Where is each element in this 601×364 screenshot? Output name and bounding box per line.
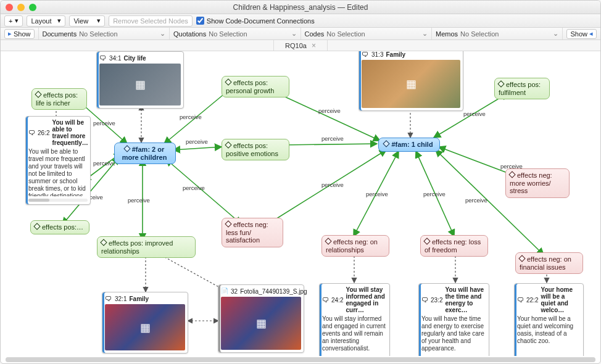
- code-effects-pos-growth[interactable]: effects pos: personal growth: [222, 76, 289, 97]
- document-fotolia[interactable]: 32 Fotolia_74490139_S.jpg ▦: [218, 284, 304, 353]
- show-connections-label: Show Code-Document Connections: [207, 17, 315, 25]
- filter-memos[interactable]: Memos No Selection ⌄: [432, 28, 563, 39]
- diamond-icon: [225, 141, 231, 148]
- code-effects-neg-relationships[interactable]: effects neg: on relationships: [321, 235, 389, 257]
- quotation-family-2[interactable]: 32:1 Family ▦: [102, 292, 188, 354]
- quote-icon: [421, 296, 428, 304]
- quotation-travel[interactable]: 26:2 You will be able to travel more fre…: [25, 116, 91, 205]
- quote-title: Family: [386, 51, 405, 58]
- quotation-family-1[interactable]: 31:3 Family ▦: [359, 51, 463, 111]
- svg-line-16: [166, 159, 241, 224]
- code-effects-pos-emotions[interactable]: effects pos: positive emotions: [222, 139, 289, 160]
- plus-icon: +: [9, 17, 12, 25]
- show-connections-checkbox[interactable]: [196, 17, 204, 25]
- network-canvas[interactable]: perceive perceive perceive perceive perc…: [1, 51, 600, 356]
- code-effects-neg-financial[interactable]: effects neg: on financial issues: [515, 252, 583, 274]
- quote-title: You will be able to travel more frequent…: [52, 119, 88, 146]
- documents-value: No Selection: [79, 30, 117, 38]
- code-effects-neg-freedom[interactable]: effects neg: loss of freedom: [420, 235, 488, 257]
- diamond-icon: [423, 238, 430, 244]
- quote-icon: [99, 54, 107, 62]
- view-dropdown[interactable]: View ▾: [69, 15, 105, 27]
- code-fam-1[interactable]: #fam: 1 child: [378, 138, 440, 152]
- code-label: effects pos: improved relationships: [101, 239, 173, 255]
- show-left-button[interactable]: ▸Show: [1, 28, 39, 39]
- svg-line-14: [173, 147, 222, 150]
- filter-documents[interactable]: Documents No Selection ⌄: [39, 28, 170, 39]
- tab-rq10a[interactable]: RQ10a: [273, 40, 328, 51]
- svg-text:perceive: perceive: [180, 114, 202, 120]
- image-placeholder-icon: ▦: [99, 64, 181, 105]
- quote-icon: [517, 296, 524, 304]
- diamond-icon: [518, 255, 525, 262]
- quote-ref: 34:1: [109, 55, 121, 62]
- code-label: effects neg: less fun/ satisfaction: [226, 221, 268, 244]
- quote-title: You will stay informed and engaged in cu…: [346, 286, 387, 313]
- code-effects-pos-fulfilment[interactable]: effects pos: fulfilment: [494, 78, 550, 99]
- show-connections-toggle[interactable]: Show Code-Document Connections: [196, 17, 315, 25]
- quotation-exercise[interactable]: 23:2 You will have the time and energy t…: [418, 283, 489, 356]
- quote-body: You will have the time and energy to exe…: [421, 315, 486, 355]
- image-placeholder-icon: ▦: [105, 304, 185, 350]
- layout-dropdown[interactable]: Layout ▾: [27, 15, 65, 27]
- svg-text:perceive: perceive: [321, 135, 344, 142]
- diamond-icon: [225, 78, 231, 85]
- code-label: effects pos: life is richer: [36, 91, 78, 107]
- quotation-informed[interactable]: 24:2 You will stay informed and engaged …: [319, 283, 390, 356]
- code-label: effects neg: more worries/ stress: [510, 172, 552, 194]
- diamond-icon: [325, 238, 331, 244]
- quotation-city-life[interactable]: 34:1 City life ▦: [96, 51, 184, 109]
- svg-text:perceive: perceive: [183, 184, 205, 191]
- code-label: effects pos: fulfilment: [499, 81, 541, 96]
- quote-icon: [322, 296, 329, 304]
- quotation-home[interactable]: 22:2 Your home will be a quiet and welco…: [514, 283, 584, 356]
- quote-ref: 32:1: [115, 296, 126, 302]
- diamond-icon: [383, 140, 390, 147]
- document-icon: [221, 287, 228, 295]
- codes-label: Codes: [305, 30, 325, 38]
- code-effects-neg-worries[interactable]: effects neg: more worries/ stress: [505, 168, 570, 198]
- code-effects-neg-lessfun[interactable]: effects neg: less fun/ satisfaction: [222, 218, 283, 247]
- quote-title: Your home will be a quiet and welco…: [541, 286, 581, 313]
- add-dropdown[interactable]: + ▾: [4, 15, 23, 27]
- quote-body: You will stay informed and engaged in cu…: [322, 315, 387, 355]
- quote-body: Your home will be a quiet and welcoming …: [517, 315, 581, 355]
- svg-text:perceive: perceive: [318, 107, 341, 114]
- horizontal-scrollbar[interactable]: [6, 357, 595, 362]
- quote-ref: 24:2: [331, 297, 343, 304]
- quotations-value: No Selection: [209, 30, 247, 38]
- code-label: effects neg: on financial issues: [520, 255, 571, 271]
- image-placeholder-icon: ▦: [362, 60, 460, 108]
- code-effects-pos-more[interactable]: effects pos:…: [30, 220, 89, 234]
- code-fam-2plus[interactable]: #fam: 2 or more children: [114, 143, 176, 164]
- quote-title: City life: [123, 55, 146, 62]
- code-effects-pos-relationships[interactable]: effects pos: improved relationships: [97, 236, 196, 258]
- svg-text:perceive: perceive: [463, 110, 486, 117]
- diamond-icon: [508, 171, 515, 178]
- quote-title: Family: [129, 296, 149, 302]
- tab-label: RQ10a: [285, 42, 307, 49]
- scrollbar-thumb[interactable]: [6, 357, 595, 362]
- codes-value: No Selection: [326, 30, 365, 38]
- svg-text:perceive: perceive: [93, 160, 115, 167]
- memos-label: Memos: [436, 30, 458, 38]
- quote-icon: [105, 295, 112, 302]
- svg-text:perceive: perceive: [128, 197, 150, 204]
- code-label: effects pos: positive emotions: [226, 142, 278, 157]
- svg-text:perceive: perceive: [93, 120, 115, 126]
- documents-label: Documents: [43, 30, 77, 38]
- doc-title: Fotolia_74490139_S.jpg: [240, 288, 307, 295]
- code-label: #fam: 1 child: [391, 141, 433, 148]
- svg-text:perceive: perceive: [321, 181, 344, 188]
- app-window: Children & Happiness_analysis — Edited +…: [0, 0, 601, 364]
- diamond-icon: [123, 145, 130, 152]
- filter-codes[interactable]: Codes No Selection ⌄: [301, 28, 432, 39]
- remove-nodes-button: Remove Selected Nodes: [109, 15, 193, 27]
- code-effects-pos-richer[interactable]: effects pos: life is richer: [31, 88, 87, 110]
- filter-quotations[interactable]: Quotations No Selection ⌄: [170, 28, 300, 39]
- show-right-button[interactable]: Show◂: [563, 28, 600, 39]
- titlebar: Children & Happiness_analysis — Edited: [1, 1, 600, 14]
- mini-scrollbar[interactable]: [28, 199, 88, 202]
- quote-title: You will have the time and energy to exe…: [445, 286, 486, 313]
- tabbar: RQ10a: [1, 40, 600, 51]
